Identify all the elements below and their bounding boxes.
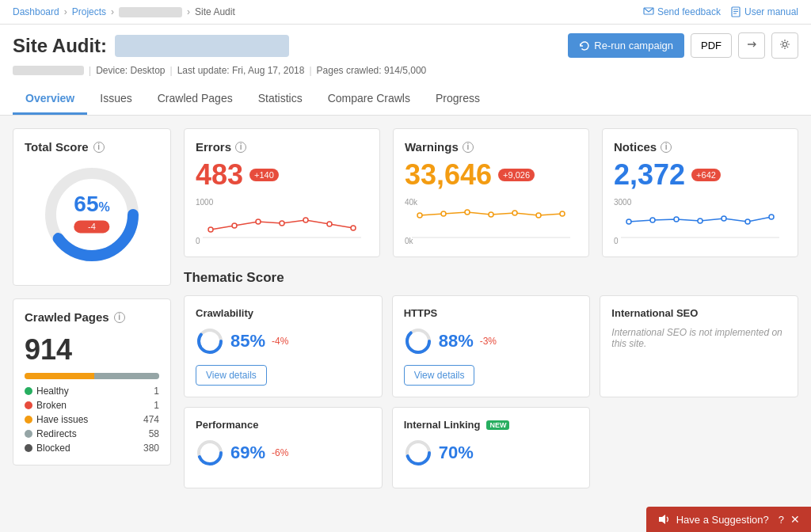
errors-info-icon[interactable]: i [235,142,246,153]
errors-badge: +140 [249,169,279,181]
dot-redirects [25,430,32,438]
notices-chart-svg [614,198,786,241]
total-score-card: Total Score i 65% -4 [13,128,171,286]
thematic-performance: Performance 69% -6% [184,407,383,488]
errors-chart-bottom: 0 [196,237,200,245]
header-buttons: Re-run campaign PDF [568,32,798,59]
top-bar: Dashboard › Projects › › Site Audit Send… [0,0,811,25]
share-button[interactable] [738,32,765,59]
rerun-campaign-button[interactable]: Re-run campaign [568,33,684,58]
thematic-internal-linking: Internal Linking NEW 70% [392,407,591,488]
svg-point-27 [674,217,679,222]
crawled-pages-info-icon[interactable]: i [114,312,125,323]
https-score: 88% [439,331,474,352]
notices-chart: 3000 0 [614,198,786,245]
header: Site Audit: Re-run campaign PDF | Device… [0,25,811,116]
performance-delta: -6% [272,447,288,458]
tab-overview[interactable]: Overview [13,84,87,115]
performance-title: Performance [196,419,371,431]
manual-icon [730,6,741,17]
international-seo-note: International SEO is not implemented on … [611,327,786,349]
svg-point-10 [232,223,237,228]
right-panel: Errors i 483 +140 1000 [184,128,798,488]
svg-point-25 [626,219,631,224]
pdf-button[interactable]: PDF [691,33,732,58]
breadcrumb-projects[interactable]: Projects [72,6,106,17]
warnings-value: 33,646 [405,158,492,192]
crawlability-view-details[interactable]: View details [196,365,267,386]
crawled-pages-card: Crawled Pages i 914 Healthy 1 Broken 1 H… [13,298,171,466]
warnings-title: Warnings i [405,140,577,154]
performance-score: 69% [230,443,265,463]
errors-title: Errors i [196,140,368,154]
progress-bar-issues [25,373,94,379]
dot-blocked [25,444,32,452]
legend-redirects: Redirects 58 [25,428,159,439]
total-score-info-icon[interactable]: i [93,142,105,153]
notices-chart-top: 3000 [614,198,631,207]
breadcrumb-site-audit: Site Audit [195,6,235,17]
svg-point-26 [650,218,655,222]
crawlability-score: 85% [230,331,265,352]
page-title: Site Audit: [13,35,289,57]
notices-title: Notices i [614,140,786,154]
warnings-badge: +9,026 [498,169,535,181]
score-delta: -4 [74,220,109,233]
crawled-pages-title: Crawled Pages i [25,310,159,324]
errors-chart-top: 1000 [196,198,213,207]
notices-info-icon[interactable]: i [661,142,672,153]
errors-value-row: 483 +140 [196,158,368,192]
breadcrumb-sep3: › [187,6,190,17]
svg-point-14 [327,222,332,226]
header-row1: Site Audit: Re-run campaign PDF [13,32,798,59]
crawlability-title: Crawlability [196,307,371,319]
errors-chart-svg [196,198,368,241]
score-percent: 65% [74,192,109,217]
thematic-grid: Crawlability 85% -4% View details HTTPS [184,295,798,488]
tab-crawled-pages[interactable]: Crawled Pages [145,84,246,115]
donut-center: 65% -4 [74,192,109,233]
internal-linking-score-row: 70% [404,439,579,467]
header-meta: | Device: Desktop | Last update: Fri, Au… [13,65,798,76]
breadcrumb: Dashboard › Projects › › Site Audit [13,6,235,17]
warnings-card: Warnings i 33,646 +9,026 40k [393,128,589,257]
user-manual-link[interactable]: User manual [730,6,798,17]
svg-point-19 [465,210,470,215]
tab-compare-crawls[interactable]: Compare Crawls [315,84,423,115]
settings-button[interactable] [771,32,798,59]
dot-broken [25,401,32,409]
svg-point-23 [560,211,565,216]
svg-point-29 [722,216,726,221]
https-delta: -3% [480,336,497,347]
last-update-label: Last update: Fri, Aug 17, 2018 [177,65,305,76]
https-title: HTTPS [404,307,579,319]
breadcrumb-dashboard[interactable]: Dashboard [13,6,59,17]
svg-point-28 [698,218,702,223]
legend-blocked: Blocked 380 [25,443,159,454]
svg-point-11 [256,219,261,224]
https-view-details[interactable]: View details [404,365,475,386]
progress-bar [25,373,159,379]
tab-progress[interactable]: Progress [423,84,493,115]
performance-score-row: 69% -6% [196,439,371,467]
tab-issues[interactable]: Issues [87,84,144,115]
svg-point-18 [441,211,446,216]
notices-chart-bottom: 0 [614,237,619,245]
warnings-chart-svg [405,198,577,241]
warnings-chart: 40k 0k [405,198,577,245]
legend-healthy: Healthy 1 [25,386,159,397]
svg-point-15 [351,226,356,230]
errors-card: Errors i 483 +140 1000 [184,128,380,257]
svg-point-12 [280,221,284,226]
svg-point-5 [783,43,787,47]
top-actions: Send feedback User manual [643,6,798,17]
tab-statistics[interactable]: Statistics [246,84,315,115]
crawlability-delta: -4% [272,336,288,347]
rerun-icon [579,40,590,51]
crawled-count: 914 [25,333,159,367]
legend-issues: Have issues 474 [25,414,159,425]
warnings-info-icon[interactable]: i [463,142,474,153]
donut-chart: 65% -4 [40,163,143,266]
breadcrumb-sep1: › [64,6,67,17]
send-feedback-link[interactable]: Send feedback [643,6,721,17]
